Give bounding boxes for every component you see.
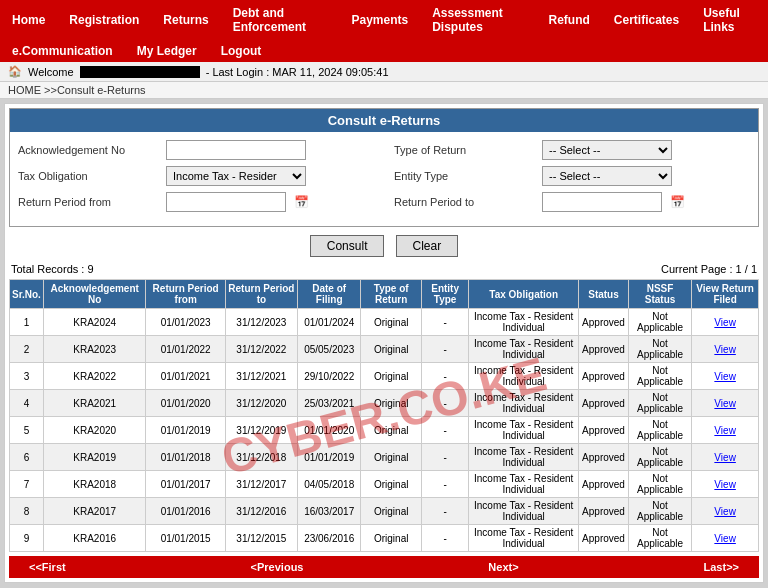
cell-period-to: 31/12/2022 (225, 336, 297, 363)
cell-view[interactable]: View (692, 390, 759, 417)
return-period-to-label: Return Period to (394, 196, 534, 208)
pagination-bar: <<First <Previous Next> Last>> (9, 556, 759, 578)
view-link[interactable]: View (714, 506, 736, 517)
cell-period-to: 31/12/2020 (225, 390, 297, 417)
cell-date-filing: 05/05/2023 (297, 336, 361, 363)
acknowledgement-input[interactable] (166, 140, 306, 160)
cell-date-filing: 01/01/2019 (297, 444, 361, 471)
nav-home[interactable]: Home (8, 11, 49, 29)
cell-ackNo: KRA2019 (43, 444, 146, 471)
form-title: Consult e-Returns (10, 109, 758, 132)
cell-date-filing: 01/01/2024 (297, 309, 361, 336)
cell-view[interactable]: View (692, 309, 759, 336)
nav-registration[interactable]: Registration (65, 11, 143, 29)
col-date-filing: Date of Filing (297, 280, 361, 309)
cell-view[interactable]: View (692, 525, 759, 552)
col-obligation: Tax Obligation (469, 280, 579, 309)
tax-obligation-label: Tax Obligation (18, 170, 158, 182)
cell-ackNo: KRA2021 (43, 390, 146, 417)
cell-entity: - (421, 336, 468, 363)
next-button[interactable]: Next> (468, 559, 538, 575)
nav-useful-links[interactable]: Useful Links (699, 4, 760, 36)
cell-period-from: 01/01/2019 (146, 417, 225, 444)
cell-entity: - (421, 309, 468, 336)
nav-logout[interactable]: Logout (217, 42, 266, 60)
cell-period-from: 01/01/2016 (146, 498, 225, 525)
view-link[interactable]: View (714, 371, 736, 382)
return-period-from-label: Return Period from (18, 196, 158, 208)
cell-view[interactable]: View (692, 498, 759, 525)
cell-status: Approved (579, 444, 629, 471)
cell-type: Original (361, 309, 422, 336)
type-of-return-select[interactable]: -- Select -- (542, 140, 672, 160)
nav-my-ledger[interactable]: My Ledger (133, 42, 201, 60)
cell-srno: 8 (10, 498, 44, 525)
cell-view[interactable]: View (692, 417, 759, 444)
cell-srno: 7 (10, 471, 44, 498)
cell-ackNo: KRA2020 (43, 417, 146, 444)
col-entity: Entity Type (421, 280, 468, 309)
return-period-to-input[interactable] (542, 192, 662, 212)
cell-srno: 3 (10, 363, 44, 390)
view-link[interactable]: View (714, 452, 736, 463)
col-period-to: Return Period to (225, 280, 297, 309)
cell-status: Approved (579, 498, 629, 525)
nav-assessment-disputes[interactable]: Assessment Disputes (428, 4, 528, 36)
cell-srno: 9 (10, 525, 44, 552)
view-link[interactable]: View (714, 479, 736, 490)
table-row: 4 KRA2021 01/01/2020 31/12/2020 25/03/20… (10, 390, 759, 417)
clear-button[interactable]: Clear (396, 235, 459, 257)
cell-srno: 2 (10, 336, 44, 363)
cell-view[interactable]: View (692, 336, 759, 363)
cell-obligation: Income Tax - Resident Individual (469, 417, 579, 444)
entity-type-select[interactable]: -- Select -- (542, 166, 672, 186)
cell-view[interactable]: View (692, 444, 759, 471)
cell-entity: - (421, 525, 468, 552)
view-link[interactable]: View (714, 533, 736, 544)
cell-period-from: 01/01/2021 (146, 363, 225, 390)
col-nssf: NSSF Status (628, 280, 691, 309)
cell-entity: - (421, 444, 468, 471)
cell-date-filing: 29/10/2022 (297, 363, 361, 390)
cell-nssf: Not Applicable (628, 444, 691, 471)
cell-nssf: Not Applicable (628, 417, 691, 444)
last-button[interactable]: Last>> (684, 559, 759, 575)
cell-nssf: Not Applicable (628, 498, 691, 525)
cell-view[interactable]: View (692, 471, 759, 498)
view-link[interactable]: View (714, 425, 736, 436)
view-link[interactable]: View (714, 317, 736, 328)
cell-period-from: 01/01/2020 (146, 390, 225, 417)
cell-period-to: 31/12/2017 (225, 471, 297, 498)
consult-button[interactable]: Consult (310, 235, 385, 257)
cell-type: Original (361, 498, 422, 525)
consult-form: Consult e-Returns Acknowledgement No Tax… (9, 108, 759, 227)
cell-ackNo: KRA2023 (43, 336, 146, 363)
cell-period-to: 31/12/2018 (225, 444, 297, 471)
table-row: 6 KRA2019 01/01/2018 31/12/2018 01/01/20… (10, 444, 759, 471)
tax-obligation-select[interactable]: Income Tax - Resider (166, 166, 306, 186)
nav-certificates[interactable]: Certificates (610, 11, 683, 29)
cell-obligation: Income Tax - Resident Individual (469, 444, 579, 471)
first-button[interactable]: <<First (9, 559, 86, 575)
return-period-from-input[interactable] (166, 192, 286, 212)
cell-date-filing: 01/01/2020 (297, 417, 361, 444)
cell-view[interactable]: View (692, 363, 759, 390)
view-link[interactable]: View (714, 398, 736, 409)
calendar-to-icon[interactable]: 📅 (670, 195, 685, 209)
previous-button[interactable]: <Previous (231, 559, 324, 575)
cell-period-from: 01/01/2015 (146, 525, 225, 552)
nav-payments[interactable]: Payments (347, 11, 412, 29)
table-row: 5 KRA2020 01/01/2019 31/12/2019 01/01/20… (10, 417, 759, 444)
nav-ecommunication[interactable]: e.Communication (8, 42, 117, 60)
cell-srno: 1 (10, 309, 44, 336)
nav-debt-enforcement[interactable]: Debt and Enforcement (229, 4, 332, 36)
nav-returns[interactable]: Returns (159, 11, 212, 29)
nav-refund[interactable]: Refund (544, 11, 593, 29)
view-link[interactable]: View (714, 344, 736, 355)
calendar-from-icon[interactable]: 📅 (294, 195, 309, 209)
entity-type-label: Entity Type (394, 170, 534, 182)
cell-obligation: Income Tax - Resident Individual (469, 498, 579, 525)
last-login: - Last Login : MAR 11, 2024 09:05:41 (206, 66, 389, 78)
table-row: 3 KRA2022 01/01/2021 31/12/2021 29/10/20… (10, 363, 759, 390)
cell-type: Original (361, 363, 422, 390)
